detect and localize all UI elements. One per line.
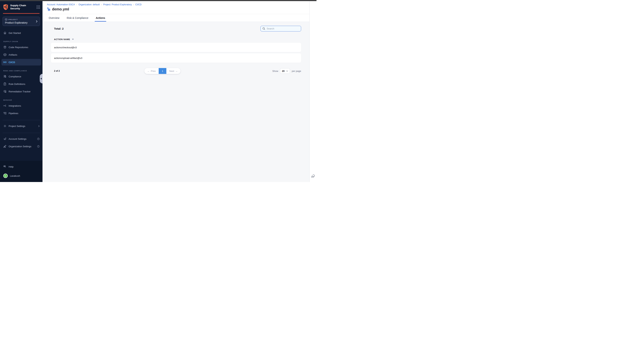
sidebar-item-account-settings[interactable]: Account Settings bbox=[0, 136, 43, 142]
layers-gear-icon bbox=[3, 137, 7, 140]
sidebar-item-label: Remediation Tracker bbox=[9, 90, 31, 93]
page-number-button[interactable]: 1 bbox=[159, 68, 166, 74]
table-row[interactable]: actions/checkout@v3 bbox=[51, 43, 301, 52]
search-input[interactable] bbox=[267, 27, 299, 30]
user-name: Lavakush bbox=[10, 174, 20, 177]
tab-overview[interactable]: Overview bbox=[49, 14, 59, 22]
sidebar-item-rule-definitions[interactable]: Rule Definitions bbox=[0, 81, 43, 87]
arrow-right-icon: → bbox=[175, 70, 178, 72]
sidebar-item-label: Account Settings bbox=[9, 138, 27, 140]
sidebar-item-code-repositories[interactable]: Code Repositories bbox=[0, 44, 43, 50]
section-risk-and-compliance: RISK AND COMPLIANCE bbox=[3, 70, 43, 72]
tab-bar: Overview Risk & Compliance Actions bbox=[43, 14, 309, 22]
sidebar-item-artifacts[interactable]: Artifacts bbox=[0, 52, 43, 58]
pagination-range: 2 of 2 bbox=[51, 70, 60, 72]
pager: ← Prev 1 Next → bbox=[144, 68, 180, 74]
project-name: Product Exploratory bbox=[5, 21, 38, 24]
tab-actions[interactable]: Actions bbox=[96, 14, 105, 22]
help-chat-icon: ? bbox=[3, 165, 7, 168]
breadcrumb-organization-link[interactable]: Organization: default bbox=[79, 3, 100, 6]
sidebar-item-project-settings[interactable]: Project Settings bbox=[0, 123, 43, 129]
integrations-icon bbox=[3, 104, 7, 107]
app-title: Supply Chain Security bbox=[10, 4, 35, 10]
app-switcher-icon[interactable] bbox=[37, 6, 40, 9]
chevron-down-icon bbox=[286, 70, 288, 72]
sidebar-bottom-section: ? Help L Lavakush bbox=[0, 161, 43, 182]
sidebar-item-label: Rule Definitions bbox=[9, 83, 25, 86]
next-page-button[interactable]: Next → bbox=[166, 68, 181, 74]
sidebar-item-label: Project Settings bbox=[9, 125, 25, 128]
sidebar: Supply Chain Security PROJECT Product Ex… bbox=[0, 1, 43, 182]
action-name-cell: actions/checkout@v3 bbox=[54, 46, 77, 49]
sidebar-divider bbox=[3, 120, 40, 120]
code-repo-icon bbox=[3, 46, 7, 49]
section-manage: MANAGE bbox=[3, 99, 43, 101]
home-icon bbox=[3, 32, 7, 34]
brand-divider bbox=[3, 13, 40, 14]
main-area: Account: Automation-SSCA › Organization:… bbox=[43, 1, 309, 182]
breadcrumb-separator-icon: › bbox=[76, 4, 77, 6]
table-row[interactable]: actions/upload-artifact@v3 bbox=[51, 54, 301, 63]
clipboard-check-icon bbox=[3, 82, 7, 86]
breadcrumb-account-link[interactable]: Account: Automation-SSCA bbox=[47, 3, 75, 6]
artifact-cube-icon bbox=[3, 53, 7, 56]
sort-caret-icon[interactable] bbox=[72, 39, 74, 40]
per-page-label: per page bbox=[292, 70, 301, 72]
actions-tab-content: Total: 2 ACTION NAME actions/checkout@v3 bbox=[43, 22, 309, 182]
action-name-cell: actions/upload-artifact@v3 bbox=[54, 57, 82, 60]
sidebar-item-compliance[interactable]: Compliance bbox=[0, 73, 43, 80]
shield-logo-icon bbox=[3, 4, 9, 10]
sidebar-item-label: Compliance bbox=[9, 75, 21, 78]
page-title: demo.yml bbox=[52, 7, 69, 11]
project-selector[interactable]: PROJECT Product Exploratory bbox=[3, 17, 40, 26]
sidebar-item-label: Integrations bbox=[9, 104, 21, 107]
infinity-icon bbox=[3, 61, 7, 63]
arrow-left-icon: ← bbox=[147, 70, 150, 72]
gear-icon bbox=[3, 124, 7, 128]
sidebar-item-help[interactable]: ? Help bbox=[0, 163, 43, 170]
chat-bubbles-icon[interactable] bbox=[311, 174, 315, 178]
page-header: Account: Automation-SSCA › Organization:… bbox=[43, 1, 309, 14]
sidebar-item-remediation-tracker[interactable]: Remediation Tracker bbox=[0, 88, 43, 95]
sidebar-item-cicd[interactable]: CI/CD bbox=[2, 59, 41, 66]
sidebar-item-pipelines[interactable]: Pipelines bbox=[0, 110, 43, 116]
show-label: Show bbox=[272, 70, 278, 72]
search-box[interactable] bbox=[261, 26, 301, 32]
table-header: ACTION NAME bbox=[51, 38, 301, 40]
breadcrumb: Account: Automation-SSCA › Organization:… bbox=[47, 3, 305, 6]
prev-page-button[interactable]: ← Prev bbox=[144, 68, 159, 74]
document-search-icon bbox=[3, 75, 7, 78]
org-gear-icon bbox=[3, 145, 7, 148]
breadcrumb-separator-icon: › bbox=[133, 4, 134, 6]
sidebar-item-label: Organization Settings bbox=[9, 145, 31, 148]
sidebar-item-integrations[interactable]: Integrations bbox=[0, 102, 43, 109]
sidebar-nav: Get Started SUPPLY CHAIN Code Repositori… bbox=[0, 26, 43, 182]
sidebar-item-get-started[interactable]: Get Started bbox=[0, 30, 43, 36]
box-wrench-icon bbox=[3, 90, 7, 93]
sidebar-collapse-handle[interactable] bbox=[40, 74, 43, 84]
app-logo: Supply Chain Security bbox=[0, 1, 43, 12]
project-label: PROJECT bbox=[9, 19, 18, 20]
info-icon[interactable] bbox=[37, 138, 40, 140]
page-size-value: 20 bbox=[282, 70, 284, 72]
sidebar-item-label: Code Repositories bbox=[9, 46, 28, 49]
info-icon[interactable] bbox=[37, 145, 40, 148]
collapse-arrow-icon bbox=[41, 78, 42, 80]
right-utility-strip bbox=[309, 1, 316, 182]
page-size-select[interactable]: 20 bbox=[280, 68, 290, 74]
search-icon bbox=[263, 27, 265, 30]
cube-icon bbox=[5, 18, 7, 21]
user-menu[interactable]: L Lavakush bbox=[0, 172, 43, 179]
sidebar-item-label: Artifacts bbox=[9, 54, 17, 56]
column-header-action-name: ACTION NAME bbox=[54, 38, 70, 40]
chevron-right-icon bbox=[36, 20, 38, 23]
pipelines-icon bbox=[3, 112, 7, 114]
tab-risk-and-compliance[interactable]: Risk & Compliance bbox=[67, 14, 88, 22]
pagination-bar: 2 of 2 ← Prev 1 Next → Show 20 bbox=[51, 68, 301, 74]
sidebar-item-label: Help bbox=[9, 165, 14, 168]
sidebar-item-organization-settings[interactable]: Organization Settings bbox=[0, 143, 43, 150]
breadcrumb-project-link[interactable]: Project: Product Exploratory bbox=[103, 3, 132, 6]
sidebar-item-label: Get Started bbox=[9, 32, 21, 34]
breadcrumb-cicd-link[interactable]: CI/CD bbox=[135, 3, 142, 6]
sidebar-divider bbox=[3, 133, 40, 133]
